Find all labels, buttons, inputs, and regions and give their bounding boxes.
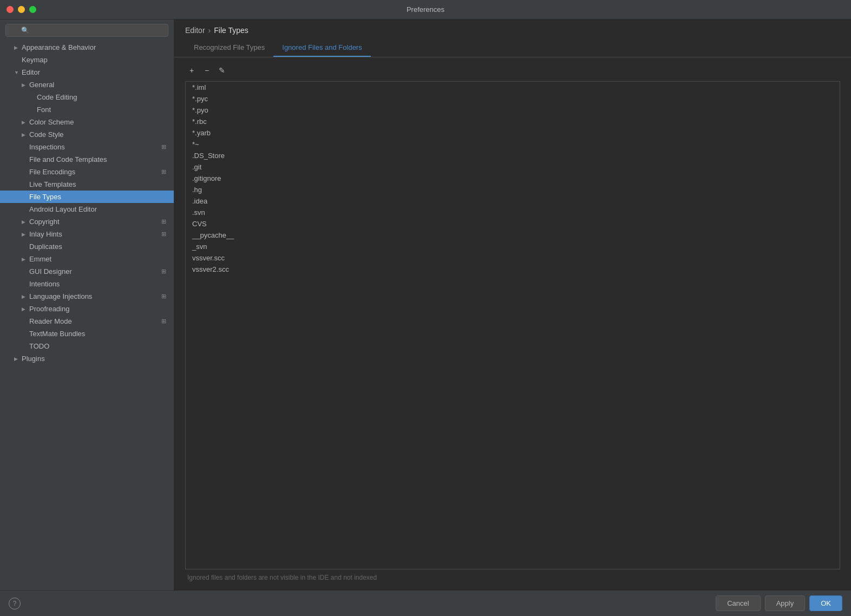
sidebar-item-proofreading[interactable]: ▶Proofreading bbox=[0, 303, 174, 315]
sidebar-item-file-types[interactable]: File Types bbox=[0, 191, 174, 203]
sidebar-item-android-layout-editor[interactable]: Android Layout Editor bbox=[0, 203, 174, 215]
sidebar-item-file-code-templates[interactable]: File and Code Templates bbox=[0, 153, 174, 166]
list-item[interactable]: *.iml bbox=[186, 82, 840, 93]
sidebar-item-reader-mode[interactable]: Reader Mode⊞ bbox=[0, 315, 174, 327]
sidebar-item-general[interactable]: ▶General bbox=[0, 78, 174, 91]
sidebar-item-label: GUI Designer bbox=[29, 267, 158, 276]
chevron-icon: ▶ bbox=[14, 356, 22, 362]
search-wrapper: 🔍 bbox=[0, 19, 174, 41]
remove-button[interactable]: − bbox=[200, 64, 213, 77]
sidebar-item-textmate-bundles[interactable]: TextMate Bundles bbox=[0, 327, 174, 340]
list-item[interactable]: .DS_Store bbox=[186, 150, 840, 161]
sidebar-item-label: Language Injections bbox=[29, 292, 158, 300]
breadcrumb-separator: › bbox=[208, 26, 211, 35]
chevron-icon: ▶ bbox=[22, 232, 29, 237]
tabs-bar: Recognized File TypesIgnored Files and F… bbox=[174, 39, 851, 57]
window-title: Preferences bbox=[407, 5, 444, 14]
tab-ignored[interactable]: Ignored Files and Folders bbox=[273, 39, 370, 57]
list-item[interactable]: *.yarb bbox=[186, 127, 840, 139]
sidebar-item-label: File Types bbox=[29, 193, 167, 201]
help-button[interactable]: ? bbox=[9, 598, 21, 610]
chevron-icon: ▶ bbox=[22, 294, 29, 299]
sidebar-item-appearance[interactable]: ▶Appearance & Behavior bbox=[0, 41, 174, 54]
chevron-icon: ▼ bbox=[14, 70, 22, 75]
window-controls bbox=[6, 6, 36, 13]
sidebar-item-emmet[interactable]: ▶Emmet bbox=[0, 253, 174, 265]
file-list: *.iml*.pyc*.pyo*.rbc*.yarb*~.DS_Store.gi… bbox=[185, 81, 840, 569]
list-item[interactable]: __pycache__ bbox=[186, 230, 840, 241]
sidebar-item-plugins[interactable]: ▶Plugins bbox=[0, 352, 174, 365]
list-item[interactable]: vssver.scc bbox=[186, 252, 840, 264]
sidebar-item-label: Inspections bbox=[29, 143, 158, 151]
ok-button[interactable]: OK bbox=[809, 595, 842, 611]
sidebar-item-label: Inlay Hints bbox=[29, 230, 158, 238]
list-item[interactable]: .idea bbox=[186, 195, 840, 207]
sidebar-item-font[interactable]: Font bbox=[0, 103, 174, 116]
settings-icon: ⊞ bbox=[160, 268, 167, 276]
sidebar-item-keymap[interactable]: Keymap bbox=[0, 54, 174, 66]
sidebar-item-inspections[interactable]: Inspections⊞ bbox=[0, 141, 174, 153]
sidebar-item-label: Appearance & Behavior bbox=[22, 43, 167, 51]
sidebar-item-inlay-hints[interactable]: ▶Inlay Hints⊞ bbox=[0, 228, 174, 240]
sidebar-item-label: Copyright bbox=[29, 218, 158, 226]
sidebar-item-label: Keymap bbox=[22, 56, 167, 64]
list-item[interactable]: .gitignore bbox=[186, 173, 840, 184]
status-text: Ignored files and folders are not visibl… bbox=[187, 574, 377, 581]
bottom-bar: ? Cancel Apply OK bbox=[0, 590, 851, 616]
toolbar: + − ✎ bbox=[185, 64, 840, 77]
list-item[interactable]: .hg bbox=[186, 184, 840, 195]
titlebar: Preferences bbox=[0, 0, 851, 19]
minimize-button[interactable] bbox=[18, 6, 25, 13]
sidebar-item-label: Intentions bbox=[29, 280, 167, 288]
sidebar-item-label: TextMate Bundles bbox=[29, 330, 167, 338]
cancel-button[interactable]: Cancel bbox=[716, 595, 760, 611]
settings-icon: ⊞ bbox=[160, 168, 167, 176]
sidebar-item-label: Reader Mode bbox=[29, 317, 158, 325]
breadcrumb-current: File Types bbox=[214, 26, 248, 35]
sidebar-item-editor[interactable]: ▼Editor bbox=[0, 66, 174, 78]
list-item[interactable]: .git bbox=[186, 161, 840, 173]
list-item[interactable]: *~ bbox=[186, 139, 840, 150]
sidebar-item-label: Live Templates bbox=[29, 180, 167, 188]
list-item[interactable]: vssver2.scc bbox=[186, 264, 840, 275]
sidebar-item-color-scheme[interactable]: ▶Color Scheme bbox=[0, 116, 174, 128]
sidebar-item-file-encodings[interactable]: File Encodings⊞ bbox=[0, 166, 174, 178]
maximize-button[interactable] bbox=[29, 6, 36, 13]
status-bar: Ignored files and folders are not visibl… bbox=[185, 569, 840, 584]
sidebar-item-code-style[interactable]: ▶Code Style bbox=[0, 128, 174, 141]
list-item[interactable]: *.pyc bbox=[186, 93, 840, 104]
search-input[interactable] bbox=[5, 24, 168, 37]
sidebar-scroll: ▶Appearance & BehaviorKeymap▼Editor▶Gene… bbox=[0, 41, 174, 590]
sidebar-item-label: TODO bbox=[29, 342, 167, 350]
list-item[interactable]: *.pyo bbox=[186, 104, 840, 116]
chevron-icon: ▶ bbox=[22, 120, 29, 125]
sidebar-item-label: File Encodings bbox=[29, 168, 158, 176]
sidebar-item-language-injections[interactable]: ▶Language Injections⊞ bbox=[0, 290, 174, 303]
list-item[interactable]: *.rbc bbox=[186, 116, 840, 127]
list-item[interactable]: .svn bbox=[186, 207, 840, 218]
chevron-icon: ▶ bbox=[22, 132, 29, 137]
sidebar-item-gui-designer[interactable]: GUI Designer⊞ bbox=[0, 265, 174, 278]
close-button[interactable] bbox=[6, 6, 14, 13]
add-button[interactable]: + bbox=[185, 64, 198, 77]
sidebar-item-live-templates[interactable]: Live Templates bbox=[0, 178, 174, 191]
sidebar-item-todo[interactable]: TODO bbox=[0, 340, 174, 352]
sidebar-item-label: Font bbox=[37, 106, 167, 114]
list-item[interactable]: CVS bbox=[186, 218, 840, 230]
settings-icon: ⊞ bbox=[160, 218, 167, 226]
sidebar-item-intentions[interactable]: Intentions bbox=[0, 278, 174, 290]
edit-button[interactable]: ✎ bbox=[215, 64, 228, 77]
content-panel: Editor › File Types Recognized File Type… bbox=[174, 19, 851, 590]
apply-button[interactable]: Apply bbox=[765, 595, 806, 611]
sidebar-item-label: General bbox=[29, 81, 167, 89]
sidebar-item-copyright[interactable]: ▶Copyright⊞ bbox=[0, 215, 174, 228]
sidebar-item-label: Proofreading bbox=[29, 305, 167, 313]
sidebar-item-label: Code Editing bbox=[37, 93, 167, 101]
sidebar-item-code-editing[interactable]: Code Editing bbox=[0, 91, 174, 103]
tab-recognized[interactable]: Recognized File Types bbox=[185, 39, 273, 57]
sidebar-item-duplicates[interactable]: Duplicates bbox=[0, 240, 174, 253]
list-item[interactable]: _svn bbox=[186, 241, 840, 252]
sidebar-item-label: Android Layout Editor bbox=[29, 205, 167, 213]
sidebar-item-label: Emmet bbox=[29, 255, 167, 263]
sidebar-item-label: Plugins bbox=[22, 355, 167, 363]
